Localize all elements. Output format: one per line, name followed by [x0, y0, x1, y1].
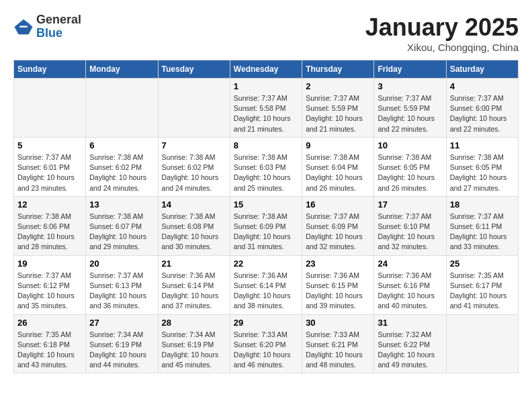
svg-rect-2 — [19, 26, 28, 27]
calendar-cell: 5Sunrise: 7:37 AM Sunset: 6:01 PM Daylig… — [14, 137, 86, 196]
calendar-cell: 4Sunrise: 7:37 AM Sunset: 6:00 PM Daylig… — [446, 79, 518, 138]
day-info: Sunrise: 7:38 AM Sunset: 6:05 PM Dayligh… — [450, 152, 515, 193]
day-info: Sunrise: 7:37 AM Sunset: 6:12 PM Dayligh… — [17, 271, 82, 312]
day-number: 26 — [17, 318, 82, 328]
day-number: 20 — [89, 259, 154, 269]
calendar-header: SundayMondayTuesdayWednesdayThursdayFrid… — [14, 60, 519, 79]
title-block: January 2025 Xikou, Chongqing, China — [365, 13, 519, 53]
day-number: 5 — [17, 140, 82, 150]
calendar-cell: 27Sunrise: 7:34 AM Sunset: 6:19 PM Dayli… — [86, 314, 158, 373]
day-info: Sunrise: 7:37 AM Sunset: 6:13 PM Dayligh… — [89, 271, 154, 312]
day-number: 3 — [378, 81, 442, 91]
day-info: Sunrise: 7:33 AM Sunset: 6:20 PM Dayligh… — [234, 330, 298, 371]
day-number: 9 — [306, 140, 370, 150]
day-number: 7 — [162, 140, 226, 150]
page-header: General Blue January 2025 Xikou, Chongqi… — [13, 13, 519, 53]
calendar-cell: 21Sunrise: 7:36 AM Sunset: 6:14 PM Dayli… — [158, 255, 230, 314]
day-info: Sunrise: 7:38 AM Sunset: 6:04 PM Dayligh… — [306, 152, 370, 193]
calendar-table: SundayMondayTuesdayWednesdayThursdayFrid… — [13, 60, 519, 373]
day-number: 19 — [17, 259, 82, 269]
day-info: Sunrise: 7:37 AM Sunset: 5:59 PM Dayligh… — [378, 93, 442, 134]
day-number: 13 — [89, 199, 154, 210]
month-title: January 2025 — [365, 13, 519, 42]
calendar-cell: 9Sunrise: 7:38 AM Sunset: 6:04 PM Daylig… — [302, 137, 374, 196]
day-number: 10 — [378, 140, 442, 150]
logo-icon — [13, 17, 34, 37]
calendar-week-row: 1Sunrise: 7:37 AM Sunset: 5:58 PM Daylig… — [14, 79, 519, 138]
day-info: Sunrise: 7:37 AM Sunset: 6:11 PM Dayligh… — [450, 212, 515, 253]
logo-text: General Blue — [36, 13, 81, 40]
day-number: 30 — [306, 318, 370, 328]
calendar-cell: 30Sunrise: 7:33 AM Sunset: 6:21 PM Dayli… — [302, 314, 374, 373]
calendar-cell: 3Sunrise: 7:37 AM Sunset: 5:59 PM Daylig… — [374, 79, 446, 138]
day-number: 17 — [378, 199, 442, 210]
day-number: 11 — [450, 140, 515, 150]
day-number: 1 — [234, 81, 298, 91]
day-number: 22 — [234, 259, 298, 269]
calendar-body: 1Sunrise: 7:37 AM Sunset: 5:58 PM Daylig… — [14, 79, 519, 373]
calendar-cell: 31Sunrise: 7:32 AM Sunset: 6:22 PM Dayli… — [374, 314, 446, 373]
day-info: Sunrise: 7:38 AM Sunset: 6:02 PM Dayligh… — [89, 152, 154, 193]
calendar-cell: 1Sunrise: 7:37 AM Sunset: 5:58 PM Daylig… — [230, 79, 302, 138]
calendar-cell: 11Sunrise: 7:38 AM Sunset: 6:05 PM Dayli… — [446, 137, 518, 196]
day-info: Sunrise: 7:38 AM Sunset: 6:08 PM Dayligh… — [162, 212, 226, 253]
day-number: 23 — [306, 259, 370, 269]
calendar-week-row: 19Sunrise: 7:37 AM Sunset: 6:12 PM Dayli… — [14, 255, 519, 314]
day-info: Sunrise: 7:36 AM Sunset: 6:14 PM Dayligh… — [162, 271, 226, 312]
day-info: Sunrise: 7:33 AM Sunset: 6:21 PM Dayligh… — [306, 330, 370, 371]
weekday-header: Tuesday — [158, 60, 230, 79]
day-info: Sunrise: 7:38 AM Sunset: 6:02 PM Dayligh… — [162, 152, 226, 193]
calendar-cell: 18Sunrise: 7:37 AM Sunset: 6:11 PM Dayli… — [446, 196, 518, 255]
calendar-cell: 23Sunrise: 7:36 AM Sunset: 6:15 PM Dayli… — [302, 255, 374, 314]
calendar-cell: 8Sunrise: 7:38 AM Sunset: 6:03 PM Daylig… — [230, 137, 302, 196]
calendar-week-row: 26Sunrise: 7:35 AM Sunset: 6:18 PM Dayli… — [14, 314, 519, 373]
location-subtitle: Xikou, Chongqing, China — [365, 42, 519, 53]
calendar-cell: 10Sunrise: 7:38 AM Sunset: 6:05 PM Dayli… — [374, 137, 446, 196]
day-info: Sunrise: 7:32 AM Sunset: 6:22 PM Dayligh… — [378, 330, 442, 371]
day-number: 31 — [378, 318, 442, 328]
calendar-cell: 26Sunrise: 7:35 AM Sunset: 6:18 PM Dayli… — [14, 314, 86, 373]
logo-blue: Blue — [36, 27, 81, 40]
calendar-week-row: 12Sunrise: 7:38 AM Sunset: 6:06 PM Dayli… — [14, 196, 519, 255]
day-info: Sunrise: 7:38 AM Sunset: 6:06 PM Dayligh… — [17, 212, 82, 253]
weekday-row: SundayMondayTuesdayWednesdayThursdayFrid… — [14, 60, 519, 79]
calendar-cell: 16Sunrise: 7:37 AM Sunset: 6:09 PM Dayli… — [302, 196, 374, 255]
calendar-cell — [14, 79, 86, 138]
day-number: 27 — [89, 318, 154, 328]
day-number: 8 — [234, 140, 298, 150]
calendar-cell: 29Sunrise: 7:33 AM Sunset: 6:20 PM Dayli… — [230, 314, 302, 373]
day-number: 4 — [450, 81, 515, 91]
day-number: 21 — [162, 259, 226, 269]
calendar-cell: 14Sunrise: 7:38 AM Sunset: 6:08 PM Dayli… — [158, 196, 230, 255]
day-number: 24 — [378, 259, 442, 269]
day-info: Sunrise: 7:36 AM Sunset: 6:14 PM Dayligh… — [234, 271, 298, 312]
weekday-header: Friday — [374, 60, 446, 79]
day-info: Sunrise: 7:36 AM Sunset: 6:15 PM Dayligh… — [306, 271, 370, 312]
day-number: 2 — [306, 81, 370, 91]
logo: General Blue — [13, 13, 81, 40]
calendar-cell — [446, 314, 518, 373]
day-info: Sunrise: 7:38 AM Sunset: 6:05 PM Dayligh… — [378, 152, 442, 193]
day-info: Sunrise: 7:38 AM Sunset: 6:07 PM Dayligh… — [89, 212, 154, 253]
day-info: Sunrise: 7:37 AM Sunset: 6:10 PM Dayligh… — [378, 212, 442, 253]
calendar-cell: 28Sunrise: 7:34 AM Sunset: 6:19 PM Dayli… — [158, 314, 230, 373]
weekday-header: Wednesday — [230, 60, 302, 79]
calendar-cell: 22Sunrise: 7:36 AM Sunset: 6:14 PM Dayli… — [230, 255, 302, 314]
day-info: Sunrise: 7:36 AM Sunset: 6:16 PM Dayligh… — [378, 271, 442, 312]
day-info: Sunrise: 7:38 AM Sunset: 6:09 PM Dayligh… — [234, 212, 298, 253]
day-info: Sunrise: 7:37 AM Sunset: 6:01 PM Dayligh… — [17, 152, 82, 193]
day-number: 14 — [162, 199, 226, 210]
day-number: 25 — [450, 259, 515, 269]
day-number: 12 — [17, 199, 82, 210]
calendar-cell: 7Sunrise: 7:38 AM Sunset: 6:02 PM Daylig… — [158, 137, 230, 196]
calendar-cell: 17Sunrise: 7:37 AM Sunset: 6:10 PM Dayli… — [374, 196, 446, 255]
weekday-header: Monday — [86, 60, 158, 79]
day-info: Sunrise: 7:34 AM Sunset: 6:19 PM Dayligh… — [162, 330, 226, 371]
calendar-week-row: 5Sunrise: 7:37 AM Sunset: 6:01 PM Daylig… — [14, 137, 519, 196]
calendar-cell: 2Sunrise: 7:37 AM Sunset: 5:59 PM Daylig… — [302, 79, 374, 138]
day-info: Sunrise: 7:37 AM Sunset: 5:59 PM Dayligh… — [306, 93, 370, 134]
day-info: Sunrise: 7:34 AM Sunset: 6:19 PM Dayligh… — [89, 330, 154, 371]
calendar-cell: 25Sunrise: 7:35 AM Sunset: 6:17 PM Dayli… — [446, 255, 518, 314]
day-number: 29 — [234, 318, 298, 328]
calendar-cell: 19Sunrise: 7:37 AM Sunset: 6:12 PM Dayli… — [14, 255, 86, 314]
